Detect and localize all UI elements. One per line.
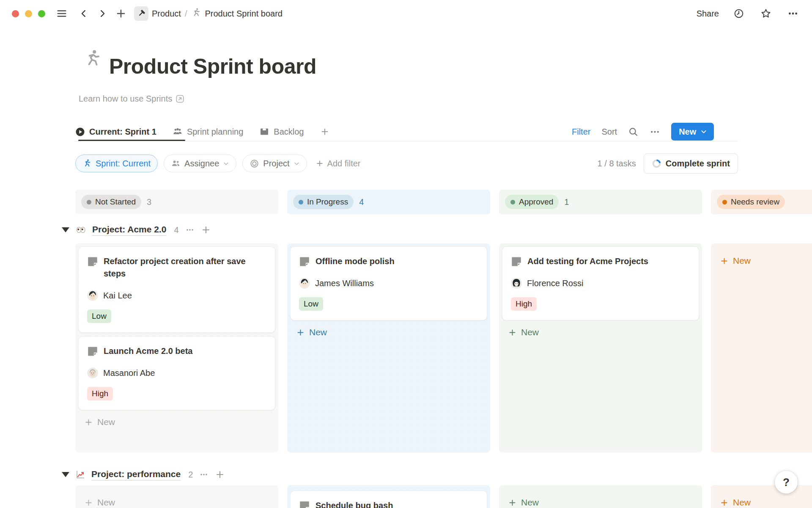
- sidebar-menu-icon[interactable]: [55, 6, 69, 21]
- more-options-icon[interactable]: [786, 6, 800, 21]
- eyes-icon: [75, 224, 86, 235]
- page-icon: [87, 256, 98, 267]
- favorite-star-icon[interactable]: [759, 6, 773, 21]
- assignee-name: Florence Rossi: [527, 279, 583, 288]
- priority-badge: High: [511, 297, 537, 311]
- chevron-down-icon: [294, 160, 300, 167]
- task-card[interactable]: Schedule bug bash: [290, 491, 487, 508]
- task-card[interactable]: Add testing for Acme Projects Florence R…: [502, 246, 699, 320]
- column-header-not-started[interactable]: Not Started 3: [75, 190, 278, 214]
- collapse-triangle-icon[interactable]: [62, 227, 69, 232]
- back-button[interactable]: [77, 6, 91, 21]
- add-view-button[interactable]: [320, 127, 329, 136]
- filter-button[interactable]: Filter: [572, 127, 590, 137]
- column-header-needs-review[interactable]: Needs review: [711, 190, 812, 214]
- close-window-button[interactable]: [12, 10, 19, 17]
- topbar-actions: Share: [697, 6, 800, 21]
- priority-badge: Low: [299, 297, 323, 311]
- status-dot-icon: [510, 200, 515, 204]
- search-icon[interactable]: [628, 127, 639, 137]
- group-title[interactable]: Project: Acme 2.0: [92, 224, 166, 236]
- column-needs-review-performance: New: [711, 485, 812, 508]
- add-card-button[interactable]: New: [714, 494, 812, 508]
- assignee-name: Kai Lee: [103, 291, 132, 301]
- page-runner-icon[interactable]: [83, 49, 102, 70]
- status-pill: In Progress: [293, 195, 354, 209]
- page-icon: [87, 346, 98, 357]
- tab-sprint-planning[interactable]: Sprint planning: [173, 127, 243, 137]
- column-header-in-progress[interactable]: In Progress 4: [287, 190, 490, 214]
- task-title: Refactor project creation after save ste…: [104, 255, 266, 280]
- column-approved-acme: Add testing for Acme Projects Florence R…: [499, 243, 702, 453]
- tab-current-sprint[interactable]: Current: Sprint 1: [75, 127, 156, 137]
- status-label: Not Started: [95, 197, 136, 207]
- share-button[interactable]: Share: [697, 9, 719, 19]
- workspace-hammer-icon[interactable]: [134, 6, 148, 21]
- breadcrumb-page[interactable]: Product Sprint board: [205, 9, 283, 19]
- chevron-down-icon: [223, 160, 229, 167]
- add-card-button[interactable]: New: [502, 324, 699, 341]
- project-filter-chip[interactable]: Project: [242, 155, 307, 172]
- task-progress-text: 1 / 8 tasks: [598, 159, 636, 168]
- add-card-button[interactable]: New: [502, 494, 699, 508]
- plus-icon: [84, 418, 93, 427]
- column-header-approved[interactable]: Approved 1: [499, 190, 702, 214]
- new-page-button[interactable]: [114, 6, 128, 21]
- add-card-label: New: [521, 497, 539, 508]
- breadcrumb: Product / Product Sprint board: [152, 8, 283, 20]
- status-pill: Not Started: [81, 195, 141, 209]
- forward-button[interactable]: [95, 6, 110, 21]
- breadcrumb-root[interactable]: Product: [152, 9, 181, 19]
- complete-sprint-button[interactable]: Complete sprint: [644, 153, 738, 174]
- group-add-icon[interactable]: [215, 469, 225, 480]
- task-card[interactable]: Refactor project creation after save ste…: [78, 246, 275, 333]
- avatar: [299, 278, 310, 289]
- sprint-filter-chip[interactable]: Sprint: Current: [75, 155, 158, 172]
- group-add-icon[interactable]: [201, 225, 211, 235]
- zoom-window-button[interactable]: [38, 10, 45, 17]
- learn-sprints-label: Learn how to use Sprints: [79, 94, 172, 104]
- view-options-icon[interactable]: [650, 127, 660, 137]
- add-card-button[interactable]: New: [78, 494, 275, 508]
- assignee-filter-chip[interactable]: Assignee: [164, 155, 236, 172]
- updates-clock-icon[interactable]: [732, 6, 746, 21]
- add-card-button[interactable]: New: [714, 252, 812, 269]
- task-title: Launch Acme 2.0 beta: [104, 345, 192, 357]
- add-filter-button[interactable]: Add filter: [315, 159, 361, 168]
- runner-icon: [82, 159, 92, 168]
- add-card-button[interactable]: New: [290, 324, 487, 341]
- target-icon: [250, 159, 259, 168]
- tab-sprint-planning-label: Sprint planning: [187, 127, 243, 137]
- column-not-started-performance: New: [75, 485, 278, 508]
- learn-sprints-link[interactable]: Learn how to use Sprints: [79, 94, 184, 104]
- chart-up-icon: [75, 469, 85, 480]
- plus-icon: [720, 498, 729, 507]
- notion-app-window: Product / Product Sprint board Share Pro…: [0, 0, 812, 508]
- plus-icon: [508, 498, 517, 507]
- play-circle-icon: [75, 127, 85, 137]
- collapse-triangle-icon[interactable]: [62, 472, 69, 477]
- tab-backlog[interactable]: Backlog: [259, 127, 304, 137]
- task-card[interactable]: Offline mode polish James Williams Low: [290, 246, 487, 320]
- task-card[interactable]: Launch Acme 2.0 beta Masanori Abe High: [78, 336, 275, 410]
- new-task-button-label: New: [679, 127, 696, 137]
- help-button[interactable]: ?: [775, 471, 798, 494]
- add-card-label: New: [97, 417, 115, 427]
- page-icon: [511, 256, 522, 267]
- people-icon: [171, 159, 181, 168]
- sprint-summary: 1 / 8 tasks Complete sprint: [541, 153, 738, 174]
- page-title[interactable]: Product Sprint board: [109, 54, 316, 79]
- group-more-icon[interactable]: [199, 469, 209, 480]
- assignee-name: Masanori Abe: [103, 368, 155, 378]
- new-task-button[interactable]: New: [671, 123, 714, 141]
- plus-icon: [508, 328, 517, 337]
- priority-badge: High: [87, 387, 113, 400]
- plus-icon: [296, 328, 305, 337]
- group-title[interactable]: Project: performance: [91, 469, 181, 480]
- minimize-window-button[interactable]: [25, 10, 32, 17]
- add-card-button[interactable]: New: [78, 414, 275, 431]
- avatar: [87, 290, 98, 301]
- plus-icon: [320, 127, 329, 136]
- group-more-icon[interactable]: [185, 225, 195, 235]
- sort-button[interactable]: Sort: [601, 127, 617, 137]
